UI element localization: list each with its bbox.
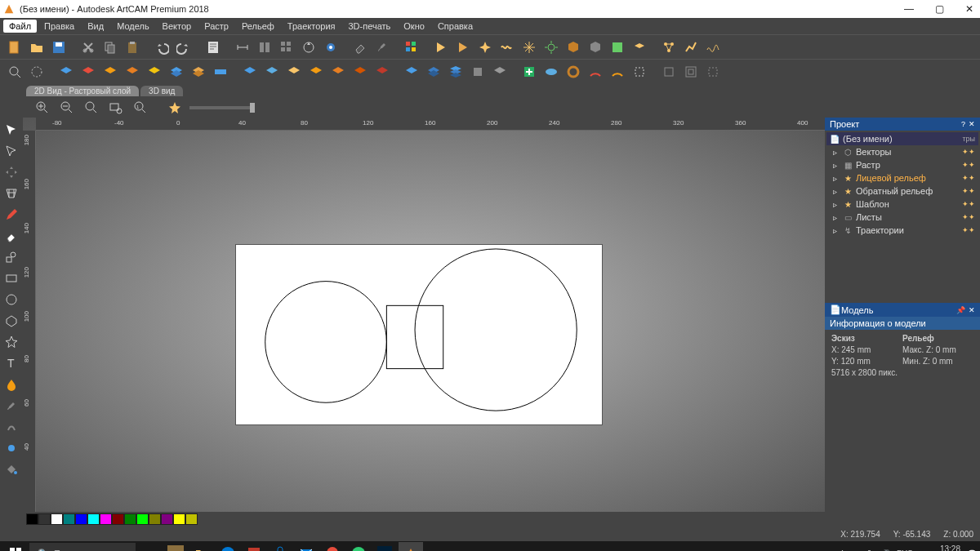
drop-tool-icon[interactable] <box>2 375 20 393</box>
tree-item[interactable]: ▹▦Растр✦✦ <box>826 158 978 171</box>
spark-icon[interactable] <box>475 38 495 57</box>
polygon-tool-icon[interactable] <box>2 312 20 330</box>
pencil-tool-icon[interactable] <box>2 206 20 224</box>
color-swatch[interactable] <box>185 513 198 525</box>
layer8-icon[interactable] <box>211 62 230 82</box>
perspective-tool-icon[interactable] <box>2 184 20 202</box>
ring-icon[interactable] <box>564 62 583 82</box>
layer5-icon[interactable] <box>145 62 164 82</box>
gear2-icon[interactable] <box>541 38 561 57</box>
layer1-icon[interactable] <box>56 62 76 82</box>
eraser-tool-icon[interactable] <box>2 227 20 245</box>
burst-icon[interactable] <box>519 38 539 57</box>
tab-2d-view[interactable]: 2D Вид - Растровый слой <box>26 86 139 96</box>
paste-icon[interactable] <box>122 38 142 57</box>
new-icon[interactable] <box>5 38 24 57</box>
arc-icon[interactable] <box>586 62 605 82</box>
layer13-icon[interactable] <box>328 62 348 82</box>
measure-icon[interactable] <box>233 38 252 57</box>
taskbar-app1[interactable] <box>163 542 188 551</box>
color-swatch[interactable] <box>75 513 87 525</box>
color-swatch[interactable] <box>38 513 51 525</box>
start-button[interactable] <box>3 542 28 551</box>
color-swatch[interactable] <box>100 513 112 525</box>
menu-3dprint[interactable]: 3D-печать <box>343 20 397 33</box>
graph-icon[interactable] <box>681 38 701 57</box>
tree-item[interactable]: ▹★Шаблон✦✦ <box>826 198 978 211</box>
color-swatch[interactable] <box>63 513 75 525</box>
taskbar-edge[interactable] <box>216 542 240 551</box>
color-swatch[interactable] <box>149 513 161 525</box>
color-swatch[interactable] <box>26 513 38 525</box>
arc2-icon[interactable] <box>608 62 627 82</box>
stack1-icon[interactable] <box>402 62 421 82</box>
nodes-icon[interactable] <box>659 38 679 57</box>
zoom-window-icon[interactable] <box>106 98 126 118</box>
menu-help[interactable]: Справка <box>432 20 479 33</box>
zoom-in-icon[interactable] <box>33 98 52 118</box>
color-swatch[interactable] <box>136 513 149 525</box>
cube2-icon[interactable] <box>586 38 605 57</box>
zoom-all-icon[interactable] <box>27 62 47 82</box>
grid-icon[interactable] <box>277 38 296 57</box>
layer12-icon[interactable] <box>306 62 326 82</box>
crop-icon[interactable] <box>630 62 649 82</box>
zoom-extents-icon[interactable] <box>82 98 101 118</box>
transform-icon[interactable] <box>299 38 318 57</box>
layer3-icon[interactable] <box>100 62 120 82</box>
rect-tool-icon[interactable] <box>2 269 20 287</box>
run-icon[interactable] <box>431 38 451 57</box>
brush-icon[interactable] <box>372 38 392 57</box>
tab-3d-view[interactable]: 3D вид <box>140 86 183 96</box>
layer7-icon[interactable] <box>189 62 208 82</box>
tree-item[interactable]: ▹★Лицевой рельеф✦✦ <box>826 171 978 184</box>
stack2-icon[interactable] <box>424 62 443 82</box>
layer11-icon[interactable] <box>284 62 304 82</box>
menu-vector[interactable]: Вектор <box>157 20 198 33</box>
tray-clock[interactable]: 13:28 23.09.2023 <box>920 544 960 551</box>
layer15-icon[interactable] <box>372 62 392 82</box>
project-root[interactable]: 📄 (Без имени) тры <box>826 132 978 145</box>
menu-edit[interactable]: Правка <box>38 20 80 33</box>
plate-icon[interactable] <box>630 38 649 57</box>
menu-file[interactable]: Файл <box>3 20 37 33</box>
menu-window[interactable]: Окно <box>398 20 430 33</box>
taskbar-search[interactable]: 🔍Поиск <box>29 543 136 551</box>
menu-raster[interactable]: Растр <box>198 20 234 33</box>
menu-model[interactable]: Модель <box>111 20 154 33</box>
pin-icon[interactable]: 📌 <box>956 306 965 314</box>
zoom-slider[interactable] <box>189 106 255 109</box>
minimize-button[interactable]: — <box>901 3 917 15</box>
select-tool-icon[interactable] <box>2 121 20 139</box>
star-tool2-icon[interactable] <box>2 333 20 351</box>
stack4-icon[interactable] <box>468 62 488 82</box>
brush2-tool-icon[interactable] <box>2 397 20 415</box>
cut-icon[interactable] <box>78 38 98 57</box>
zoom-1to1-icon[interactable]: 1 <box>131 98 150 118</box>
color-swatch[interactable] <box>161 513 173 525</box>
menu-relief[interactable]: Рельеф <box>236 20 280 33</box>
box1-icon[interactable] <box>659 62 679 82</box>
close-button[interactable]: ✕ <box>962 3 977 15</box>
close-panel-icon[interactable]: ✕ <box>969 120 975 128</box>
project-panel-header[interactable]: Проект ? ✕ <box>825 118 980 131</box>
target-icon[interactable] <box>321 38 341 57</box>
eraser-icon[interactable] <box>350 38 370 57</box>
cube1-icon[interactable] <box>564 38 583 57</box>
taskbar-opera[interactable] <box>320 542 345 551</box>
shape-tool-icon[interactable] <box>2 248 20 266</box>
zoom-out-icon[interactable] <box>57 98 77 118</box>
task-view-icon[interactable]: ▭ <box>137 542 162 551</box>
tree-item[interactable]: ▹★Обратный рельеф✦✦ <box>826 184 978 198</box>
add-icon[interactable] <box>519 62 539 82</box>
open-icon[interactable] <box>27 38 47 57</box>
stack3-icon[interactable] <box>446 62 466 82</box>
layer14-icon[interactable] <box>350 62 370 82</box>
fill-tool-icon[interactable] <box>2 460 20 478</box>
clone-tool-icon[interactable] <box>2 439 20 457</box>
circle-tool-icon[interactable] <box>2 291 20 309</box>
apps-icon[interactable] <box>402 38 421 57</box>
notes-icon[interactable] <box>203 38 223 57</box>
undo-icon[interactable] <box>152 38 172 57</box>
tree-item[interactable]: ▹↯Траектории✦✦ <box>826 224 978 237</box>
